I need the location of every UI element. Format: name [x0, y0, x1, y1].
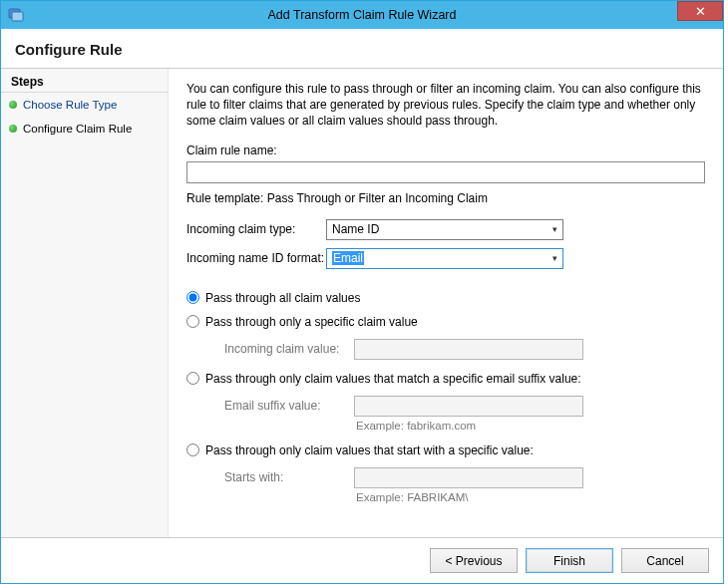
incoming-type-label: Incoming claim type:: [186, 222, 326, 236]
option-pass-all[interactable]: Pass through all claim values: [186, 291, 705, 305]
starts-with-input: [354, 467, 583, 488]
close-button[interactable]: ✕: [677, 1, 723, 21]
step-label: Configure Claim Rule: [23, 123, 132, 135]
incoming-format-value: Email: [332, 251, 364, 265]
option-starts-with[interactable]: Pass through only claim values that star…: [186, 443, 705, 457]
incoming-claim-value-input: [354, 339, 583, 360]
option-pass-specific-radio[interactable]: [186, 315, 199, 328]
option-email-suffix[interactable]: Pass through only claim values that matc…: [186, 372, 705, 386]
step-configure-claim-rule[interactable]: Configure Claim Rule: [1, 117, 168, 141]
option-email-suffix-label: Pass through only claim values that matc…: [205, 372, 581, 386]
step-done-icon: [9, 101, 17, 109]
finish-button[interactable]: Finish: [526, 548, 613, 573]
description-text: You can configure this rule to pass thro…: [186, 81, 705, 130]
cancel-button[interactable]: Cancel: [621, 548, 709, 573]
incoming-format-label: Incoming name ID format:: [186, 251, 326, 265]
page-header: Configure Rule: [1, 29, 723, 69]
email-suffix-example: Example: fabrikam.com: [356, 420, 705, 432]
rule-name-label: Claim rule name:: [186, 144, 705, 157]
starts-with-label: Starts with:: [224, 470, 354, 484]
steps-pane: Steps Choose Rule Type Configure Claim R…: [1, 69, 169, 537]
titlebar: Add Transform Claim Rule Wizard ✕: [1, 1, 723, 29]
pass-through-options: Pass through all claim values Pass throu…: [186, 291, 705, 515]
starts-with-example: Example: FABRIKAM\: [356, 491, 705, 503]
incoming-claim-value-label: Incoming claim value:: [224, 342, 354, 356]
email-suffix-value-label: Email suffix value:: [224, 399, 354, 413]
previous-button[interactable]: < Previous: [430, 548, 518, 573]
chevron-down-icon: ▾: [546, 224, 562, 234]
close-icon: ✕: [695, 4, 706, 19]
option-pass-specific-label: Pass through only a specific claim value: [205, 315, 418, 329]
wizard-footer: < Previous Finish Cancel: [1, 537, 723, 583]
rule-name-input[interactable]: [186, 161, 705, 183]
app-icon: [8, 7, 24, 23]
steps-heading: Steps: [1, 69, 168, 93]
option-starts-with-label: Pass through only claim values that star…: [205, 443, 534, 457]
svg-rect-1: [12, 12, 23, 21]
rule-template-line: Rule template: Pass Through or Filter an…: [186, 191, 705, 205]
option-starts-with-radio[interactable]: [186, 443, 199, 456]
incoming-claim-type-select[interactable]: Name ID ▾: [326, 219, 563, 240]
option-email-suffix-radio[interactable]: [186, 372, 199, 385]
option-pass-specific[interactable]: Pass through only a specific claim value: [186, 315, 705, 329]
window-title: Add Transform Claim Rule Wizard: [1, 8, 723, 22]
option-pass-all-label: Pass through all claim values: [205, 291, 360, 305]
wizard-window: Add Transform Claim Rule Wizard ✕ Config…: [0, 0, 724, 584]
incoming-name-id-format-select[interactable]: Email ▾: [326, 248, 563, 269]
email-suffix-value-input: [354, 396, 583, 417]
option-pass-all-radio[interactable]: [186, 291, 199, 304]
incoming-type-value: Name ID: [332, 222, 379, 236]
step-choose-rule-type[interactable]: Choose Rule Type: [1, 93, 168, 117]
step-label: Choose Rule Type: [23, 99, 117, 111]
step-current-icon: [9, 125, 17, 133]
wizard-body: Steps Choose Rule Type Configure Claim R…: [1, 69, 723, 537]
content-pane: You can configure this rule to pass thro…: [169, 69, 723, 537]
chevron-down-icon: ▾: [546, 253, 562, 263]
